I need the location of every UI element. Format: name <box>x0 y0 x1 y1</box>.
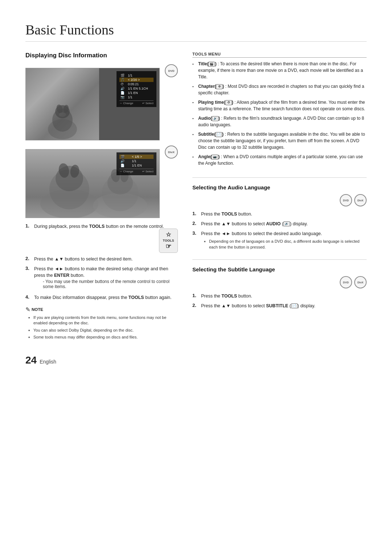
audio-icon: 🔊 <box>212 116 219 121</box>
screen1-container: DVD 🎬1/1 🎵< <box>25 64 178 140</box>
section-displaying-disc: Displaying Disc Information <box>25 52 178 59</box>
subtitle-divx-badge: DivX <box>354 276 367 288</box>
subtitle-steps-list: 1. Press the TOOLS button. 2. Press the … <box>192 293 367 309</box>
screen2-overlay: 🎬< 1/6 > 🔊1/1 📄1/1 EN ↔ Change ↵ Select <box>117 152 156 175</box>
audio-note-item: Depending on the of languages on a DVD d… <box>204 239 367 250</box>
left-column: Displaying Disc Information DVD <box>25 52 178 366</box>
tools-btn-icon: ☆ <box>166 231 171 238</box>
page-title: Basic Functions <box>25 22 367 42</box>
screen2-footer: ↔ Change ↵ Select <box>119 169 154 173</box>
divx-badge-1: DivX <box>165 145 178 159</box>
subtitle-inline-icon: 📄 <box>291 303 298 308</box>
step-4-number: 4. <box>25 294 31 300</box>
subtitle-step-2-text: Press the ▲▼ buttons to select SUBTITLE … <box>201 303 315 309</box>
page-number-row: 24 English <box>25 354 178 366</box>
note-items-list: If you are playing contents from the too… <box>25 315 178 340</box>
note-box: ✎ NOTE If you are playing contents from … <box>25 306 178 340</box>
audio-section: Selecting the Audio Language DVD DivX 1.… <box>192 177 367 251</box>
note-item-3: Some tools menus may differ depending on… <box>28 335 178 340</box>
hand-icon: ☞ <box>166 242 171 250</box>
subtitle-step-1-text: Press the TOOLS button. <box>201 293 252 300</box>
audio-badge-row: DVD DivX <box>192 194 367 206</box>
note-title: ✎ NOTE <box>25 306 178 313</box>
audio-divx-badge: DivX <box>354 194 367 206</box>
audio-step-1: 1. Press the TOOLS button. <box>192 211 367 218</box>
angle-icon: 📷 <box>212 155 218 160</box>
step-3-indent: - You may use the number buttons of the … <box>43 279 178 289</box>
audio-step-1-number: 1. <box>192 211 198 216</box>
subtitle-step-1-number: 1. <box>192 293 198 298</box>
subtitle-section: Selecting the Subtitle Language DVD DivX… <box>192 259 367 309</box>
subtitle-icon: 📄 <box>216 132 222 137</box>
page-language: English <box>40 359 56 365</box>
tools-menu-items: Title(🎬) : To access the desired title w… <box>192 61 367 167</box>
chapter-icon: ⚙ <box>216 84 222 89</box>
audio-step-2-text: Press the ▲▼ buttons to select AUDIO (🔊)… <box>201 221 308 227</box>
subtitle-badge-row: DVD DivX <box>192 276 367 288</box>
tools-menu-item-title: Title(🎬) : To access the desired title w… <box>192 61 367 80</box>
audio-steps-list: 1. Press the TOOLS button. 2. Press the … <box>192 211 367 251</box>
audio-inline-icon: 🔊 <box>283 221 290 226</box>
step-1-text: During playback, press the TOOLS button … <box>34 224 164 229</box>
screen1-overlay: 🎬1/1 🎵< 2/20 > ⏱0:05:21 🔊1/1 EN 5.1CH 📄1… <box>117 71 156 107</box>
step-3-text: Press the ◄► buttons to make the desired… <box>34 266 168 278</box>
audio-dvd-badge: DVD <box>340 194 352 206</box>
audio-step-3: 3. Press the ◄► buttons to select the de… <box>192 230 367 252</box>
tools-menu-item-audio: Audio(🔊) : Refers to the film's soundtra… <box>192 115 367 128</box>
audio-step-3-text: Press the ◄► buttons to select the desir… <box>201 231 322 236</box>
tools-menu-item-angle: Angle(📷) : When a DVD contains multiple … <box>192 153 367 167</box>
step-2-text: Press the ▲▼ buttons to select the desir… <box>34 256 132 263</box>
dog-silhouette-1 <box>41 93 84 140</box>
subtitle-step-2-number: 2. <box>192 303 198 308</box>
audio-step-3-note: Depending on the of languages on a DVD d… <box>201 239 367 250</box>
tools-menu-item-chapter: Chapter(⚙) : Most DVD discs are recorded… <box>192 83 367 96</box>
svg-point-5 <box>59 112 66 117</box>
tools-menu-section: TOOLS menu Title(🎬) : To access the desi… <box>192 52 367 167</box>
note-item-1: If you are playing contents from the too… <box>28 315 178 326</box>
step-3: 3. Press the ◄► buttons to make the desi… <box>25 266 178 292</box>
dvd-badge-1: DVD <box>165 64 178 77</box>
tools-menu-item-subtitle: Subtitle(📄) : Refers to the subtitle lan… <box>192 131 367 151</box>
audio-step-3-number: 3. <box>192 230 198 236</box>
tools-btn-label: TOOLS <box>163 239 174 242</box>
divider-2 <box>192 259 367 260</box>
screen1-mockup: 🎬1/1 🎵< 2/20 > ⏱0:05:21 🔊1/1 EN 5.1CH 📄1… <box>25 68 160 140</box>
tools-button-img: ☆ TOOLS ☞ <box>159 229 178 253</box>
step-4-text: To make Disc information disappear, pres… <box>34 294 171 301</box>
tools-menu-label: TOOLS menu <box>192 52 367 58</box>
page-number: 24 <box>25 354 37 366</box>
step-2: 2. Press the ▲▼ buttons to select the de… <box>25 256 178 263</box>
screen2-container: DivX <box>25 145 178 218</box>
tools-menu-item-playing-time: Playing time(⏱) : Allows playback of the… <box>192 99 367 112</box>
step-1: 1. During playback, press the TOOLS butt… <box>25 223 178 253</box>
subtitle-step-2: 2. Press the ▲▼ buttons to select SUBTIT… <box>192 303 367 309</box>
steps-list: 1. During playback, press the TOOLS butt… <box>25 223 178 301</box>
right-column: TOOLS menu Title(🎬) : To access the desi… <box>192 52 367 366</box>
screen1-dogs-bg <box>26 68 99 140</box>
playing-time-icon: ⏱ <box>225 100 232 105</box>
audio-section-title: Selecting the Audio Language <box>192 184 367 190</box>
audio-step-2-number: 2. <box>192 221 198 226</box>
step-3-number: 3. <box>25 266 31 271</box>
audio-step-1-text: Press the TOOLS button. <box>201 211 252 218</box>
step-1-number: 1. <box>25 223 31 229</box>
subtitle-dvd-badge: DVD <box>340 276 352 288</box>
note-item-2: You can also select Dolby Digital, depen… <box>28 328 178 333</box>
screen1-footer: ↔ Change ↵ Select <box>119 100 154 105</box>
subtitle-step-1: 1. Press the TOOLS button. <box>192 293 367 300</box>
subtitle-section-title: Selecting the Subtitle Language <box>192 266 367 272</box>
divider-1 <box>192 177 367 178</box>
audio-step-2: 2. Press the ▲▼ buttons to select AUDIO … <box>192 221 367 227</box>
note-icon: ✎ <box>25 306 30 313</box>
step-2-number: 2. <box>25 256 31 261</box>
step-4: 4. To make Disc information disappear, p… <box>25 294 178 301</box>
screen2-mockup: 🎬< 1/6 > 🔊1/1 📄1/1 EN ↔ Change ↵ Select <box>25 149 160 218</box>
title-icon: 🎬 <box>208 62 215 67</box>
